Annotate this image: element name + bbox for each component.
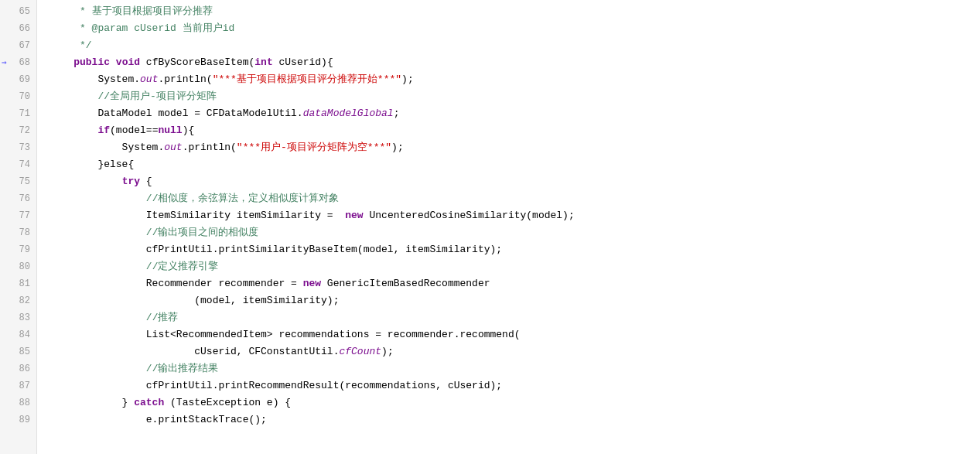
line-number: 74: [0, 156, 36, 173]
code-token: *: [50, 3, 92, 20]
code-token: cfCount: [339, 343, 381, 360]
code-token: public: [73, 54, 110, 71]
code-token: [50, 258, 146, 275]
code-line: List<RecommendedItem> recommendations = …: [50, 326, 980, 343]
code-token: */: [50, 37, 92, 54]
code-token: (model==: [110, 122, 158, 139]
code-token: //相似度，余弦算法，定义相似度计算对象: [146, 190, 340, 207]
code-token: .println(: [183, 139, 237, 156]
code-token: out: [164, 139, 182, 156]
line-number: 77: [0, 207, 36, 224]
code-line: * 基于项目根据项目评分推荐: [50, 3, 980, 20]
code-token: cfPrintUtil.printSimilarityBaseItem(mode…: [50, 241, 502, 258]
code-line: (model, itemSimilarity);: [50, 292, 980, 309]
code-line: ItemSimilarity itemSimilarity = new Unce…: [50, 207, 980, 224]
code-token: ItemSimilarity itemSimilarity =: [50, 207, 345, 224]
code-line: //全局用户-项目评分矩阵: [50, 88, 980, 105]
code-token: new: [345, 207, 363, 224]
code-line: try {: [50, 173, 980, 190]
code-token: null: [158, 122, 182, 139]
line-number: 81: [0, 275, 36, 292]
code-token: try: [122, 173, 140, 190]
line-number: 82: [0, 292, 36, 309]
code-line: e.printStackTrace();: [50, 411, 980, 428]
code-token: [50, 173, 122, 190]
code-token: int: [254, 54, 272, 71]
line-number: 66: [0, 20, 36, 37]
line-number: 88: [0, 394, 36, 411]
code-token: System.: [50, 139, 164, 156]
code-token: cUserid){: [273, 54, 333, 71]
line-number: 80: [0, 258, 36, 275]
code-token: );: [391, 139, 404, 156]
code-line: }else{: [50, 156, 980, 173]
code-line: } catch (TasteException e) {: [50, 394, 980, 411]
code-line: Recommender recommender = new GenericIte…: [50, 275, 980, 292]
code-token: [50, 360, 146, 377]
code-editor: 6566676869707172737475767778798081828384…: [0, 0, 980, 454]
code-token: DataModel model = CFDataModelUtil.: [50, 105, 303, 122]
code-line: */: [50, 37, 980, 54]
code-token: e.printStackTrace();: [50, 411, 267, 428]
line-number: 73: [0, 139, 36, 156]
code-token: }else{: [50, 156, 134, 173]
line-number: 65: [0, 3, 36, 20]
code-line: cfPrintUtil.printSimilarityBaseItem(mode…: [50, 241, 980, 258]
code-line: cfPrintUtil.printRecommendResult(recomme…: [50, 377, 980, 394]
code-token: );: [381, 343, 394, 360]
line-number: 86: [0, 360, 36, 377]
line-number: 83: [0, 309, 36, 326]
code-token: 基于项目根据项目评分推荐: [92, 3, 213, 20]
line-number: 69: [0, 71, 36, 88]
code-token: out: [140, 71, 158, 88]
code-token: if: [97, 122, 110, 139]
code-token: * @param cUserid: [50, 20, 183, 37]
code-line: cUserid, CFConstantUtil.cfCount);: [50, 343, 980, 360]
code-token: .println(: [158, 71, 212, 88]
code-token: //输出推荐结果: [146, 360, 219, 377]
code-line: //相似度，余弦算法，定义相似度计算对象: [50, 190, 980, 207]
line-number: 68: [0, 54, 36, 71]
code-token: "***用户-项目评分矩阵为空***": [237, 139, 391, 156]
code-token: UncenteredCosineSimilarity(model);: [364, 207, 575, 224]
line-number: 84: [0, 326, 36, 343]
code-line: public void cfByScoreBaseItem(int cUseri…: [50, 54, 980, 71]
line-number: 85: [0, 343, 36, 360]
line-number: 79: [0, 241, 36, 258]
line-number: 75: [0, 173, 36, 190]
code-token: );: [401, 71, 414, 88]
code-token: dataModelGlobal: [303, 105, 394, 122]
line-number-gutter: 6566676869707172737475767778798081828384…: [0, 0, 37, 454]
code-token: [50, 54, 73, 71]
code-token: catch: [134, 394, 164, 411]
line-number: 78: [0, 224, 36, 241]
code-token: [50, 224, 146, 241]
line-number: 67: [0, 37, 36, 54]
code-token: [50, 309, 146, 326]
code-token: new: [303, 275, 321, 292]
code-token: [50, 122, 97, 139]
code-line: System.out.println("***基于项目根据项目评分推荐开始***…: [50, 71, 980, 88]
code-line: DataModel model = CFDataModelUtil.dataMo…: [50, 105, 980, 122]
code-token: //输出项目之间的相似度: [146, 224, 259, 241]
code-token: }: [50, 394, 134, 411]
code-token: cfByScoreBaseItem(: [140, 54, 254, 71]
code-line: if(model==null){: [50, 122, 980, 139]
code-token: //推荐: [146, 309, 179, 326]
code-token: [110, 54, 116, 71]
code-token: 当前用户id: [183, 20, 235, 37]
code-token: //定义推荐引擎: [146, 258, 219, 275]
code-line: //输出项目之间的相似度: [50, 224, 980, 241]
code-token: cUserid, CFConstantUtil.: [50, 343, 339, 360]
code-token: System.: [50, 71, 140, 88]
line-number: 76: [0, 190, 36, 207]
code-token: (TasteException e) {: [164, 394, 291, 411]
code-line: System.out.println("***用户-项目评分矩阵为空***");: [50, 139, 980, 156]
code-token: List<RecommendedItem> recommendations = …: [50, 326, 521, 343]
line-number: 70: [0, 88, 36, 105]
line-number: 71: [0, 105, 36, 122]
code-line: * @param cUserid 当前用户id: [50, 20, 980, 37]
code-content[interactable]: * 基于项目根据项目评分推荐 * @param cUserid 当前用户id *…: [37, 0, 980, 454]
code-token: Recommender recommender =: [50, 275, 303, 292]
code-token: [50, 190, 146, 207]
